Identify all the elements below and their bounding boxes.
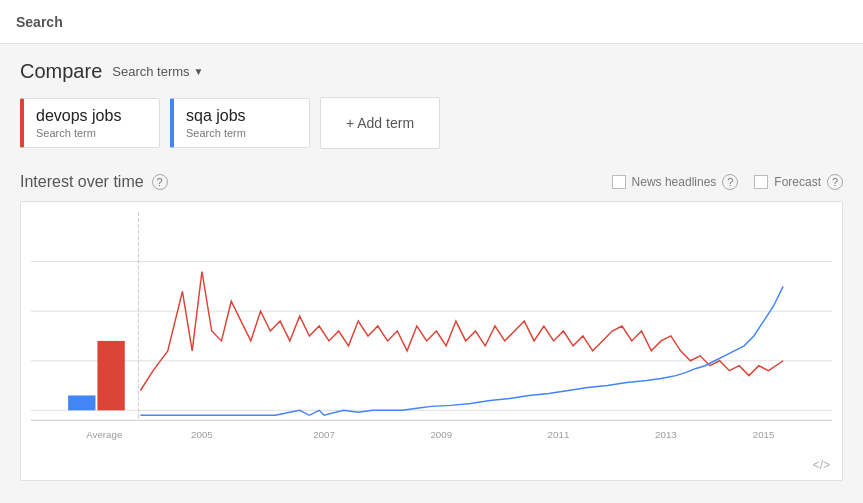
news-headlines-checkbox[interactable]: [612, 175, 626, 189]
term-name-sqa: sqa jobs: [186, 107, 297, 125]
chevron-down-icon: ▼: [194, 66, 204, 77]
section-title-group: Interest over time ?: [20, 173, 168, 191]
x-label-2009: 2009: [430, 429, 452, 440]
term-type-sqa: Search term: [186, 127, 297, 139]
forecast-checkbox[interactable]: [754, 175, 768, 189]
section-header: Interest over time ? News headlines ? Fo…: [20, 173, 843, 191]
legend-group: News headlines ? Forecast ?: [612, 174, 843, 190]
x-label-2015: 2015: [753, 429, 775, 440]
forecast-label: Forecast: [774, 175, 821, 189]
terms-row: devops jobs Search term sqa jobs Search …: [20, 97, 843, 149]
search-label: Search: [16, 14, 63, 30]
x-label-2005: 2005: [191, 429, 213, 440]
compare-title: Compare: [20, 60, 102, 83]
x-label-avg: Average: [86, 429, 123, 440]
news-headlines-label: News headlines: [632, 175, 717, 189]
help-icon[interactable]: ?: [152, 174, 168, 190]
legend-news-headlines: News headlines ?: [612, 174, 739, 190]
add-term-button[interactable]: + Add term: [320, 97, 440, 149]
term-type-devops: Search term: [36, 127, 147, 139]
x-label-2007: 2007: [313, 429, 335, 440]
forecast-help-icon[interactable]: ?: [827, 174, 843, 190]
sqa-line: [140, 286, 783, 415]
term-chip-sqa[interactable]: sqa jobs Search term: [170, 98, 310, 148]
x-label-2011: 2011: [548, 429, 570, 440]
term-chip-devops[interactable]: devops jobs Search term: [20, 98, 160, 148]
search-terms-button[interactable]: Search terms ▼: [112, 64, 203, 79]
top-bar: Search: [0, 0, 863, 44]
avg-bar-sqa: [68, 395, 95, 410]
section-title: Interest over time: [20, 173, 144, 191]
avg-bar-devops: [97, 341, 124, 410]
search-terms-label: Search terms: [112, 64, 189, 79]
chart-container: Average 2005 2007 2009 2011 2013 2015 </…: [20, 201, 843, 481]
compare-header: Compare Search terms ▼: [20, 60, 843, 83]
news-help-icon[interactable]: ?: [722, 174, 738, 190]
legend-forecast: Forecast ?: [754, 174, 843, 190]
main-content: Compare Search terms ▼ devops jobs Searc…: [0, 44, 863, 497]
chart-svg: Average 2005 2007 2009 2011 2013 2015: [31, 212, 832, 450]
embed-icon[interactable]: </>: [813, 458, 830, 472]
term-name-devops: devops jobs: [36, 107, 147, 125]
x-label-2013: 2013: [655, 429, 677, 440]
